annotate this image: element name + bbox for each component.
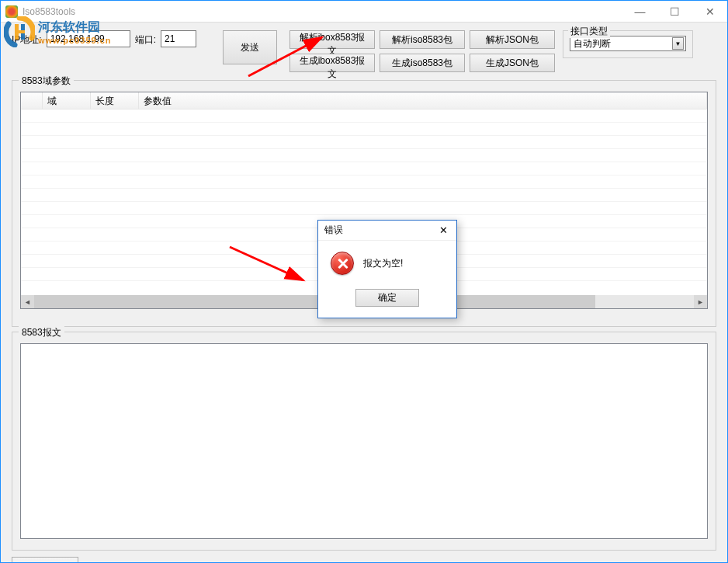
- parse-json-button[interactable]: 解析JSON包: [470, 30, 555, 49]
- maximize-button[interactable]: ☐: [657, 1, 692, 23]
- report-fieldset: 8583报文: [12, 332, 716, 551]
- parse-ibox-button[interactable]: 解析ibox8583报文: [289, 30, 375, 49]
- dialog-message: 报文为空!: [363, 257, 403, 270]
- table-row[interactable]: [21, 123, 707, 136]
- table-row[interactable]: [21, 176, 707, 189]
- ibox-column: 解析ibox8583报文 生成ibox8583报文: [289, 30, 375, 72]
- col-value[interactable]: 参数值: [139, 92, 707, 109]
- interface-type-group: 接口类型 自动判断 ▼: [563, 30, 693, 58]
- port-input[interactable]: [161, 30, 196, 47]
- table-row[interactable]: [21, 162, 707, 176]
- table-header: 域 长度 参数值: [21, 92, 707, 109]
- scroll-right-icon[interactable]: ►: [694, 295, 707, 308]
- table-row[interactable]: [21, 189, 707, 202]
- interface-combo[interactable]: 自动判断 ▼: [570, 36, 686, 51]
- col-blank[interactable]: [21, 92, 43, 109]
- scroll-left-icon[interactable]: ◄: [21, 295, 34, 308]
- error-dialog: 错误 ✕ 报文为空! 确定: [317, 220, 457, 318]
- dialog-title: 错误: [324, 224, 343, 237]
- dialog-titlebar: 错误 ✕: [318, 221, 456, 241]
- close-button[interactable]: ✕: [692, 1, 727, 23]
- table-row[interactable]: [21, 149, 707, 162]
- dialog-footer: 确定: [318, 283, 456, 318]
- dialog-close-button[interactable]: ✕: [435, 224, 452, 238]
- interface-selected: 自动判断: [574, 37, 611, 50]
- ip-label: IP地址:: [12, 30, 42, 47]
- top-panel: IP地址: 端口: 发送 解析ibox8583报文 生成ibox8583报文 解…: [1, 23, 727, 77]
- params-legend: 8583域参数: [19, 75, 74, 88]
- window-title: Iso8583tools: [23, 6, 622, 17]
- ip-input[interactable]: [47, 30, 130, 47]
- table-row[interactable]: [21, 109, 707, 123]
- window-controls: — ☐ ✕: [622, 1, 727, 23]
- chevron-down-icon: ▼: [672, 37, 684, 50]
- send-button[interactable]: 发送: [223, 30, 277, 64]
- gen-ibox-button[interactable]: 生成ibox8583报文: [289, 54, 375, 72]
- table-row[interactable]: [21, 202, 707, 215]
- bottom-bar: Clear: [1, 555, 727, 563]
- gen-iso-button[interactable]: 生成iso8583包: [380, 54, 465, 72]
- col-field[interactable]: 域: [43, 92, 91, 109]
- report-legend: 8583报文: [19, 326, 64, 339]
- iso-column: 解析iso8583包 生成iso8583包: [380, 30, 465, 72]
- gen-json-button[interactable]: 生成JSON包: [470, 54, 555, 72]
- col-length[interactable]: 长度: [91, 92, 139, 109]
- titlebar: Iso8583tools — ☐ ✕: [1, 1, 727, 23]
- json-column: 解析JSON包 生成JSON包: [470, 30, 555, 72]
- minimize-button[interactable]: —: [622, 1, 657, 23]
- report-textarea[interactable]: [20, 343, 708, 539]
- port-label: 端口:: [135, 30, 156, 47]
- dialog-body: 报文为空!: [318, 241, 456, 283]
- parse-iso-button[interactable]: 解析iso8583包: [380, 30, 465, 49]
- dialog-ok-button[interactable]: 确定: [355, 289, 419, 307]
- interface-legend: 接口类型: [568, 25, 610, 38]
- clear-button[interactable]: Clear: [12, 557, 78, 563]
- table-row[interactable]: [21, 136, 707, 149]
- error-icon: [331, 252, 354, 275]
- scroll-thumb[interactable]: [34, 295, 595, 308]
- app-icon: [5, 5, 18, 18]
